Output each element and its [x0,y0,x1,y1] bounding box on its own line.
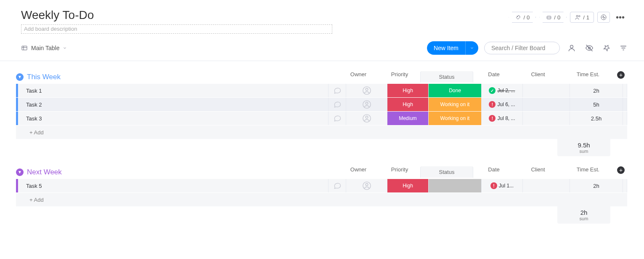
date-cell[interactable]: ✓Jul 2, ... [482,84,523,97]
person-filter-icon[interactable] [567,44,576,52]
col-header-status[interactable]: Status [420,71,473,83]
table-icon [21,45,28,51]
status-cell[interactable]: Working on it [429,112,482,125]
col-header-date[interactable]: Date [473,71,514,83]
col-header-owner[interactable]: Owner [338,166,379,178]
person-icon [362,86,371,95]
row-chat-button[interactable] [329,84,346,97]
more-menu-icon[interactable]: ••• [613,13,627,22]
row-name-cell[interactable]: Task 1 [19,84,329,97]
svg-point-11 [366,88,368,91]
row-chat-button[interactable] [329,179,346,192]
col-header-priority[interactable]: Priority [379,166,420,178]
row-name-cell[interactable]: Task 5 [19,179,329,192]
table-row: Task 3MediumWorking on it!Jul 8, ...2.5h [16,111,627,125]
search-input[interactable]: Search / Filter Board [484,42,560,54]
priority-cell[interactable]: High [387,98,429,111]
col-header-date[interactable]: Date [473,166,514,178]
svg-point-13 [366,102,368,105]
time-cell[interactable]: 2h [570,179,623,192]
row-chat-button[interactable] [329,98,346,111]
person-icon [362,100,371,109]
col-header-owner[interactable]: Owner [338,71,379,83]
activity-pill[interactable] [597,12,610,23]
priority-cell[interactable]: High [387,84,429,97]
status-cell[interactable]: Working on it [429,98,482,111]
new-item-button[interactable]: New Item [427,41,478,55]
integrations-pill[interactable]: / 0 [509,12,536,23]
table-row: Task 5High!Jul 1...2h [16,179,627,192]
chat-icon [333,100,342,109]
col-header-client[interactable]: Client [514,71,562,83]
plug-icon [515,14,522,21]
client-cell[interactable] [523,112,570,125]
hide-icon[interactable] [585,44,594,52]
person-icon [362,181,371,190]
svg-rect-0 [547,16,551,19]
add-row[interactable]: + Add [16,125,627,139]
date-text: Jul 2, ... [497,88,515,93]
client-cell[interactable] [523,98,570,111]
col-header-time[interactable]: Time Est. [562,166,615,178]
sum-row: 9.5hsum [16,139,627,156]
owner-cell[interactable] [346,179,387,192]
new-item-label: New Item [427,45,465,51]
date-status-icon: ! [490,182,497,189]
col-header-priority[interactable]: Priority [379,71,420,83]
date-cell[interactable]: !Jul 1... [482,179,523,192]
row-name-cell[interactable]: Task 3 [19,112,329,125]
time-cell[interactable]: 2.5h [570,112,623,125]
filter-icon[interactable] [620,44,627,52]
board-title[interactable]: Weekly To-Do [21,8,509,22]
time-cell[interactable]: 2h [570,84,623,97]
view-switcher[interactable]: Main Table [21,45,427,51]
collapse-toggle[interactable]: ▼ [16,168,24,176]
owner-cell[interactable] [346,84,387,97]
group-title[interactable]: Next Week [27,168,62,176]
chevron-down-icon [63,46,67,50]
time-sum-cell: 9.5hsum [557,139,610,156]
members-count: 1 [586,14,589,21]
new-item-dropdown[interactable] [465,41,478,55]
add-row[interactable]: + Add [16,192,627,206]
row-chat-button[interactable] [329,112,346,125]
add-column-button[interactable]: + [617,71,625,79]
add-column-button[interactable]: + [617,166,625,174]
add-row-label[interactable]: + Add [19,197,345,203]
add-row-label[interactable]: + Add [19,129,345,136]
date-cell[interactable]: !Jul 8, ... [482,112,523,125]
row-name-cell[interactable]: Task 2 [19,98,329,111]
table-row: Task 2HighWorking on it!Jul 6, ...5h [16,97,627,111]
chat-icon [333,114,342,123]
collapse-toggle[interactable]: ▼ [16,73,24,81]
column-headers: OwnerPriorityStatusDateClientTime Est.+ [338,166,627,178]
priority-cell[interactable]: High [387,179,429,192]
automations-pill[interactable]: / 0 [539,12,567,23]
owner-cell[interactable] [346,112,387,125]
priority-cell[interactable]: Medium [387,112,429,125]
group-title[interactable]: This Week [27,73,61,81]
board-description-input[interactable]: Add board description [21,24,332,34]
status-cell[interactable] [429,179,482,192]
client-cell[interactable] [523,179,570,192]
members-pill[interactable]: / 1 [570,12,594,23]
row-end [623,98,627,111]
group: ▼This WeekOwnerPriorityStatusDateClientT… [0,61,644,156]
svg-point-3 [576,15,578,17]
time-cell[interactable]: 5h [570,98,623,111]
svg-point-7 [570,45,573,48]
owner-cell[interactable] [346,98,387,111]
sum-label: sum [557,149,610,154]
chat-icon [333,86,342,95]
svg-point-17 [366,184,368,186]
svg-point-15 [366,116,368,119]
col-header-status[interactable]: Status [420,166,473,178]
people-icon [575,14,581,21]
col-header-time[interactable]: Time Est. [562,71,615,83]
status-cell[interactable]: Done [429,84,482,97]
pin-icon[interactable] [603,44,610,52]
col-header-client[interactable]: Client [514,166,562,178]
date-cell[interactable]: !Jul 6, ... [482,98,523,111]
sum-value: 9.5h [557,142,610,149]
client-cell[interactable] [523,84,570,97]
